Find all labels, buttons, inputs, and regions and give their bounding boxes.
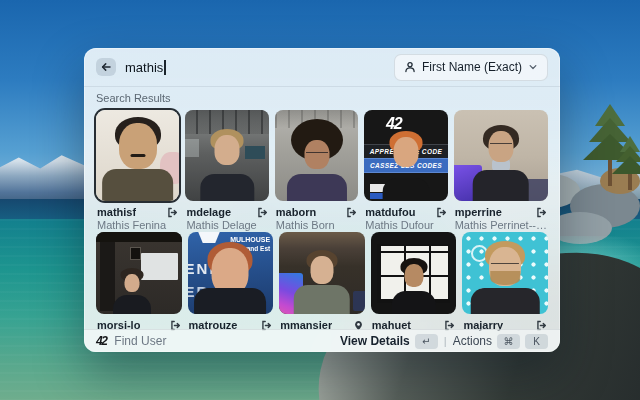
- username: mdelage: [186, 206, 231, 218]
- view-details-button[interactable]: View Details ↵: [340, 334, 438, 349]
- user-card-maborn[interactable]: maborn Mathis Born: [275, 110, 358, 232]
- footer-bar: 42 Find User View Details ↵ | Actions ⌘ …: [84, 329, 560, 352]
- back-button[interactable]: [96, 58, 116, 76]
- 42-logo: 42: [96, 334, 106, 348]
- person-silhouette: [275, 110, 358, 201]
- search-query: mathis: [125, 60, 163, 75]
- person-silhouette: [188, 232, 274, 314]
- user-photo: [279, 232, 365, 314]
- footer-actions: View Details ↵ | Actions ⌘ K: [340, 334, 548, 349]
- full-name: Mathis Delage: [185, 219, 268, 232]
- logout-icon: [536, 207, 547, 218]
- k-key-badge: K: [525, 334, 548, 349]
- view-details-label: View Details: [340, 334, 410, 348]
- full-name: Mathis Born: [275, 219, 358, 232]
- cmd-key-badge: ⌘: [497, 334, 520, 349]
- logout-icon: [257, 207, 268, 218]
- person-silhouette: [279, 232, 365, 314]
- full-name: Mathis Dufour: [364, 219, 447, 232]
- user-photo: 42 APPRENEZ LE CODE CASSEZ LES CODES: [364, 110, 447, 201]
- user-card-matrouze[interactable]: MULHOUSE Grand Est ENDE ER CO matrouze: [188, 232, 274, 332]
- username: matdufou: [365, 206, 415, 218]
- section-title: Search Results: [96, 92, 548, 105]
- full-name: Mathis Fenina: [96, 219, 179, 232]
- user-card-mperrine[interactable]: mperrine Mathis Perrinet--…: [454, 110, 548, 232]
- user-card-morsi-lo[interactable]: morsi-lo: [96, 232, 182, 332]
- person-silhouette: [96, 110, 179, 201]
- find-user-window: mathis First Name (Exact) Search Results: [84, 48, 560, 352]
- username: maborn: [276, 206, 316, 218]
- person-icon: [404, 61, 416, 73]
- search-input[interactable]: mathis: [125, 60, 166, 75]
- logout-icon: [167, 207, 178, 218]
- user-photo: MULHOUSE Grand Est ENDE ER CO: [188, 232, 274, 314]
- user-card-majarry[interactable]: majarry: [462, 232, 548, 332]
- person-silhouette: [371, 232, 457, 314]
- enter-key-badge: ↵: [415, 334, 438, 349]
- full-name: Mathis Perrinet--…: [454, 219, 548, 232]
- wallpaper-pine-tree-small: [612, 136, 640, 190]
- search-mode-label: First Name (Exact): [422, 60, 522, 74]
- logout-icon: [346, 207, 357, 218]
- search-mode-dropdown[interactable]: First Name (Exact): [394, 54, 548, 81]
- user-card-mathisf[interactable]: mathisf Mathis Fenina: [96, 110, 179, 232]
- actions-button[interactable]: Actions ⌘ K: [453, 334, 548, 349]
- search-bar: mathis First Name (Exact): [84, 48, 560, 87]
- chevron-down-icon: [528, 62, 538, 72]
- user-card-mahuet[interactable]: mahuet: [371, 232, 457, 332]
- person-silhouette: [454, 110, 548, 201]
- actions-label: Actions: [453, 334, 492, 348]
- user-photo: [275, 110, 358, 201]
- person-silhouette: [185, 110, 268, 201]
- person-silhouette: [462, 232, 548, 314]
- user-photo: [96, 110, 179, 201]
- results-grid-row2: morsi-lo MULHOUSE Grand Est ENDE ER CO m…: [96, 232, 548, 332]
- user-card-matdufou[interactable]: 42 APPRENEZ LE CODE CASSEZ LES CODES mat…: [364, 110, 447, 232]
- logout-icon: [436, 207, 447, 218]
- text-cursor: [164, 60, 166, 75]
- username: mathisf: [97, 206, 136, 218]
- user-photo: [96, 232, 182, 314]
- user-photo: [185, 110, 268, 201]
- user-card-mmansier[interactable]: mmansier: [279, 232, 365, 332]
- user-card-mdelage[interactable]: mdelage Mathis Delage: [185, 110, 268, 232]
- back-arrow-icon: [100, 61, 112, 73]
- person-silhouette: [96, 232, 182, 314]
- person-silhouette: [364, 110, 447, 201]
- user-photo: [462, 232, 548, 314]
- user-photo: [371, 232, 457, 314]
- results-grid-row1: mathisf Mathis Fenina mdelage Mathis D: [96, 110, 548, 232]
- user-photo: [454, 110, 548, 201]
- username: mperrine: [455, 206, 502, 218]
- footer-divider: |: [444, 335, 447, 347]
- app-name: Find User: [114, 334, 166, 348]
